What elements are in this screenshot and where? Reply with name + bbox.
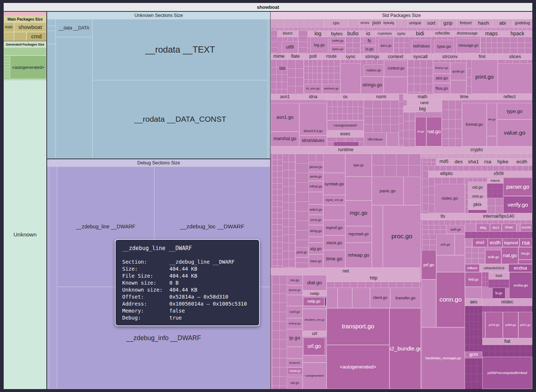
cell-ipsock-go[interactable]: ipsock.go (287, 285, 303, 295)
cell[interactable] (468, 210, 487, 213)
cell-conn-go[interactable]: conn.go (436, 272, 465, 327)
cell-p521-go[interactable]: p521.go (518, 312, 532, 338)
cell-godebug[interactable]: godebug (513, 19, 532, 27)
cell[interactable] (279, 66, 286, 71)
cell-bytes-go[interactable]: bytes.go (330, 45, 345, 53)
cell[interactable] (47, 31, 56, 44)
cell-net-go[interactable]: net.go (287, 377, 303, 389)
cell-cryptobyte[interactable]: cryptobyte (376, 31, 394, 37)
cell-io[interactable]: io (360, 31, 376, 37)
cell-netip[interactable]: netip (303, 291, 327, 296)
cell[interactable] (323, 205, 345, 220)
cell-dial-go[interactable]: dial.go (303, 275, 327, 291)
cell-norm[interactable]: norm (364, 94, 399, 100)
cell-reflectlite[interactable]: reflectlite (431, 31, 454, 37)
cell-autogenerated[interactable]: <autogenerated> (327, 345, 389, 389)
cell-lookup-go[interactable]: lookup.go (287, 318, 303, 329)
section-rodata-text[interactable]: __rodata __TEXT (92, 19, 268, 80)
cell[interactable] (455, 234, 465, 255)
pkg-fips140-header[interactable]: internal/fips140 (465, 213, 532, 220)
cell-maps[interactable]: maps (480, 31, 503, 37)
cell-oid-go[interactable]: oid.go (468, 182, 487, 193)
cell-autogenerated[interactable]: <autogenerated> (303, 363, 327, 389)
cell-ftoa-go[interactable]: ftoa.go (433, 83, 450, 94)
cell-buffer-go[interactable]: buffer.go (330, 37, 345, 45)
std-packages-header[interactable]: Std Packages Size (271, 12, 532, 19)
cell[interactable] (56, 37, 92, 158)
cell-hpke[interactable]: hpke (494, 158, 511, 165)
cell-os[interactable]: os (327, 94, 364, 100)
cell-route[interactable]: route (322, 53, 341, 60)
cell-reader-go[interactable]: reader.go (288, 367, 303, 375)
cell-x509[interactable]: x509 (465, 171, 532, 177)
cell-sync[interactable]: sync (341, 53, 361, 60)
cell-nfkcvalues[interactable]: nfkcValues (364, 132, 387, 146)
cell-gcm[interactable]: gcm (465, 352, 482, 358)
cell-atoi-go[interactable]: atoi.go (433, 74, 450, 83)
cell[interactable] (487, 136, 497, 146)
cell-select-go[interactable]: select.go (308, 204, 323, 215)
cell-field[interactable]: field (489, 272, 509, 279)
cell-auth-go[interactable]: auth.go (447, 225, 465, 234)
cell[interactable] (287, 295, 303, 306)
cell-idna[interactable]: idna (299, 94, 327, 100)
cell-p224-go[interactable]: p224.go (485, 312, 503, 338)
cell-symtab-go[interactable]: symtab.go (323, 173, 345, 195)
cell-context-go[interactable]: context.go (384, 60, 408, 77)
cell-exec[interactable]: exec (327, 131, 364, 137)
cell[interactable] (327, 288, 338, 308)
cell[interactable] (287, 347, 303, 359)
cell[interactable] (518, 260, 532, 264)
cell-idnavalues[interactable]: idnaValues (299, 135, 327, 146)
cell-gzip[interactable]: gzip (440, 19, 456, 27)
cell[interactable] (323, 154, 345, 173)
cell-type-go[interactable]: type.go (434, 40, 454, 53)
cell-transport-go[interactable]: transport.go (327, 308, 389, 345)
cell-rand[interactable]: rand (407, 100, 442, 106)
cell-marshal-go[interactable]: marshal.go (271, 132, 299, 146)
pkg-http-header[interactable]: http (327, 275, 421, 282)
cell-dnsmessage[interactable]: dnsmessage (454, 31, 480, 37)
cell-hpack[interactable]: hpack (503, 31, 532, 37)
cell-bigmod[interactable]: bigmod (503, 238, 519, 247)
cell-bidi[interactable]: bidi (409, 31, 431, 37)
cell-fs[interactable]: fs (363, 37, 376, 45)
cell[interactable] (345, 177, 372, 200)
cell-x509-go[interactable]: x509.go (468, 193, 487, 200)
unknown-sections-header[interactable]: Unknown Sections Size (47, 12, 270, 19)
cell-asn1-go[interactable]: asn1.go (271, 103, 299, 132)
cell-math[interactable]: math (403, 94, 442, 100)
cell-transfer-go[interactable]: transfer.go (390, 288, 421, 308)
cell-ftoaryu-go[interactable]: ftoaryu.go (433, 63, 450, 74)
cell-type-go[interactable]: type.go (345, 154, 372, 177)
cell-print-go[interactable]: print.go (295, 247, 308, 257)
cell-mlkem[interactable]: mlkem (465, 264, 480, 272)
cell[interactable] (436, 255, 465, 272)
pkg-autogenerated[interactable]: <autogenerated> (10, 56, 46, 79)
cell-fd-unix-go[interactable]: fd_unix.go (304, 84, 322, 94)
cell-tls13[interactable]: tls13 (490, 224, 502, 232)
cell-nat-go[interactable]: nat.go (426, 117, 442, 146)
cell-ip-go[interactable]: ip.go (287, 329, 303, 347)
cell[interactable] (450, 80, 466, 94)
cell-flate[interactable]: flate (287, 53, 304, 60)
cell-client-go[interactable]: client.go (370, 288, 390, 308)
cell[interactable] (341, 63, 361, 94)
cell-ecdsa[interactable]: ecdsa (508, 264, 532, 272)
cell[interactable] (422, 279, 436, 327)
cell-int-go[interactable]: int.go (415, 117, 426, 146)
cell[interactable] (303, 355, 327, 363)
cell-sha3[interactable]: sha3 (472, 238, 488, 247)
cell[interactable] (338, 288, 352, 308)
cell-asn1-go[interactable]: asn1.go (378, 38, 394, 53)
cell-io-go[interactable]: io.go (363, 45, 376, 53)
cell-hash[interactable]: hash (475, 19, 492, 27)
pkg-main[interactable]: main (4, 22, 14, 32)
pkg-crypto-header[interactable]: crypto (421, 146, 532, 154)
cell-dnsclient-unix-go[interactable]: dnsclient_unix.go (303, 309, 327, 331)
cell[interactable] (49, 167, 57, 389)
cell-sha1[interactable]: sha1 (466, 158, 481, 165)
cell-value-go[interactable]: value.go (497, 120, 532, 146)
cell-bytes[interactable]: bytes (328, 31, 345, 37)
cell-type-go[interactable]: type.go (497, 103, 532, 120)
